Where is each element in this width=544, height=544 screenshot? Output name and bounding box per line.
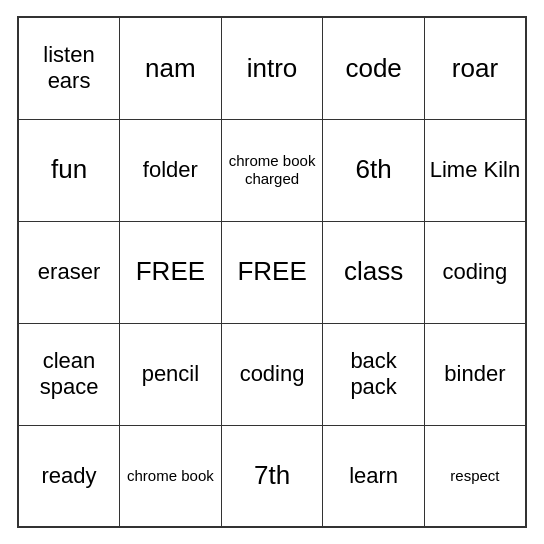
cell-4-1: chrome book [120, 425, 222, 527]
cell-3-1: pencil [120, 323, 222, 425]
cell-2-3: class [323, 221, 425, 323]
cell-3-3: back pack [323, 323, 425, 425]
cell-2-0: eraser [18, 221, 120, 323]
cell-4-0: ready [18, 425, 120, 527]
cell-0-3: code [323, 17, 425, 119]
cell-0-2: intro [221, 17, 323, 119]
cell-3-4: binder [424, 323, 526, 425]
bingo-board: listenearsnamintrocoderoarfunfolderchrom… [17, 16, 527, 528]
cell-4-2: 7th [221, 425, 323, 527]
cell-4-3: learn [323, 425, 425, 527]
cell-1-3: 6th [323, 119, 425, 221]
cell-1-0: fun [18, 119, 120, 221]
cell-0-4: roar [424, 17, 526, 119]
cell-0-1: nam [120, 17, 222, 119]
cell-2-2: FREE [221, 221, 323, 323]
cell-0-0: listenears [18, 17, 120, 119]
cell-3-2: coding [221, 323, 323, 425]
cell-3-0: clean space [18, 323, 120, 425]
cell-1-1: folder [120, 119, 222, 221]
cell-4-4: respect [424, 425, 526, 527]
cell-2-4: coding [424, 221, 526, 323]
cell-1-4: Lime Kiln [424, 119, 526, 221]
cell-1-2: chrome book charged [221, 119, 323, 221]
cell-2-1: FREE [120, 221, 222, 323]
